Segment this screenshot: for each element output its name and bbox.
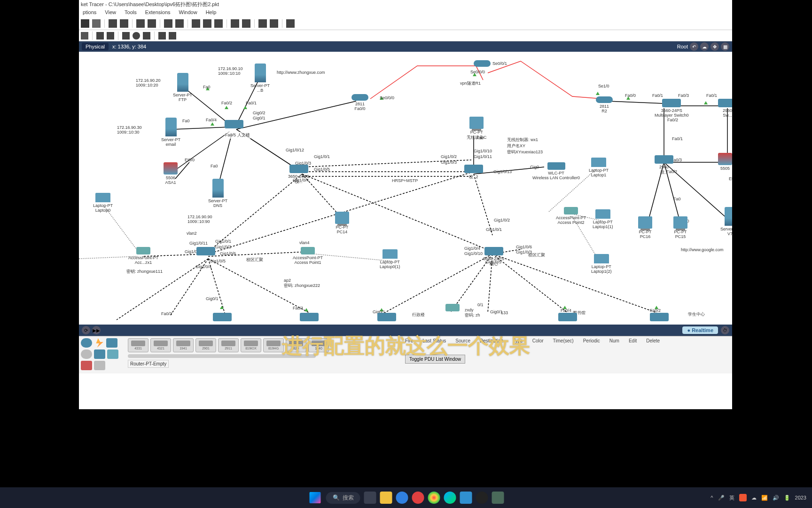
tray-chevron-icon[interactable]: ^ xyxy=(710,495,713,500)
save-icon[interactable] xyxy=(109,19,117,28)
palette-wireless-icon[interactable] xyxy=(107,349,118,359)
root-label[interactable]: Root xyxy=(677,44,688,49)
device-ap3[interactable]: AccessPoint-PT Access Point2 xyxy=(556,207,586,225)
app-misc-icon[interactable] xyxy=(492,492,504,504)
zoom-in-icon[interactable] xyxy=(192,19,200,28)
nav-cloud-icon[interactable]: ☁ xyxy=(700,42,709,51)
physical-tab[interactable]: Physical xyxy=(82,43,109,50)
zoom-out-icon[interactable] xyxy=(214,19,223,28)
custom-icon[interactable] xyxy=(242,19,250,28)
topology-canvas[interactable]: 172.16.90.20 1009::10:20 172.16.90.10 10… xyxy=(79,52,732,325)
device-ap2[interactable]: AccessPoint-PT Access Point1 xyxy=(293,247,323,265)
palette-lightning-icon[interactable] xyxy=(94,338,104,348)
device-switch-2960[interactable] xyxy=(225,120,243,129)
fast-forward-icon[interactable]: ▶▶ xyxy=(92,326,101,334)
device-server-pt2[interactable]: Server-PT ...B xyxy=(250,64,270,93)
device-server-email[interactable]: Server-PT email xyxy=(161,118,180,147)
device-pc-wireless[interactable]: PC-PT 无线设备C xyxy=(467,117,487,141)
nav-grid-icon[interactable]: ▦ xyxy=(721,42,729,51)
chip-819hg[interactable]: 819HG xyxy=(263,338,284,352)
device-switch-campus1[interactable] xyxy=(196,247,215,256)
sogou-icon[interactable] xyxy=(412,492,424,504)
task-view-icon[interactable] xyxy=(364,492,376,504)
palette-cloud-icon[interactable] xyxy=(81,349,92,359)
device-switch-3560[interactable]: 3560-24PS Multilayer Switch0 xyxy=(655,99,689,118)
tool2-icon[interactable] xyxy=(270,19,278,28)
device-pc14[interactable]: PC-PT PC14 xyxy=(335,212,349,234)
power-cycle-icon[interactable]: ⟳ xyxy=(82,326,90,334)
device-router-r1[interactable] xyxy=(474,60,491,68)
device-server-dns[interactable]: Server-PT DNS xyxy=(208,179,227,208)
device-ap1[interactable]: AccessPoint-PT Acc...zx1 xyxy=(128,247,158,265)
realtime-button[interactable]: ● Realtime xyxy=(682,326,718,334)
tray-mic-icon[interactable]: 🎤 xyxy=(718,495,725,501)
battery-icon[interactable]: 🔋 xyxy=(784,495,790,501)
palette-router-icon[interactable] xyxy=(81,338,92,348)
device-switch-r2[interactable]: 2960 校... xyxy=(655,155,673,175)
taskbar-search[interactable]: 🔍 搜索 xyxy=(326,492,360,504)
palette-icon[interactable] xyxy=(231,19,239,28)
obs-icon[interactable] xyxy=(476,492,488,504)
device-laptop0[interactable]: Laptop-PT Laptop0 xyxy=(93,193,113,213)
chip-4321[interactable]: 4321 xyxy=(150,338,171,352)
device-switch-campus2[interactable]: 3650-24PS 核心 xyxy=(483,247,504,267)
device-5505[interactable]: 5505 xyxy=(718,153,732,171)
device-laptop1[interactable]: Laptop-PT Laptop1 xyxy=(589,158,609,177)
menu-help[interactable]: Help xyxy=(206,9,217,16)
print-icon[interactable] xyxy=(120,19,128,28)
pdu-icon[interactable] xyxy=(158,32,166,40)
device-wlc[interactable]: WLC-PT Wireless LAN Controller0 xyxy=(532,162,580,180)
menu-options[interactable]: ptions xyxy=(83,9,96,16)
device-bottom-sw4[interactable] xyxy=(558,313,577,322)
zoom-reset-icon[interactable] xyxy=(203,19,211,28)
device-switch-right[interactable]: 2960 Sw... xyxy=(718,99,732,118)
ellipse-icon[interactable] xyxy=(133,32,140,40)
device-bottom-sw1[interactable] xyxy=(213,313,232,322)
select-icon[interactable] xyxy=(81,32,88,40)
paste-icon[interactable] xyxy=(148,19,156,28)
ime-indicator[interactable]: 英 xyxy=(729,494,734,501)
device-bottom-sw2[interactable] xyxy=(300,313,319,322)
device-laptop1-2[interactable]: Laptop-PT Laptop1(2) xyxy=(591,254,612,274)
open-icon[interactable] xyxy=(92,19,101,28)
copy-icon[interactable] xyxy=(136,19,145,28)
undo-icon[interactable] xyxy=(164,19,172,28)
chip-819iox[interactable]: 819IOX xyxy=(241,338,261,352)
device-bottom-sw3[interactable] xyxy=(377,313,396,322)
device-bottom-sw5[interactable] xyxy=(650,313,669,322)
sim-mode-icon[interactable]: ⏱ xyxy=(721,326,729,334)
menu-window[interactable]: Window xyxy=(179,9,197,16)
device-pc16[interactable]: PC-PT PC16 xyxy=(638,216,652,239)
note-icon[interactable] xyxy=(96,32,104,40)
explorer-icon[interactable] xyxy=(380,492,392,504)
app-q-icon[interactable] xyxy=(396,492,408,504)
line-icon[interactable] xyxy=(143,32,150,40)
nav-back-icon[interactable]: ↶ xyxy=(690,42,698,51)
tool1-icon[interactable] xyxy=(258,19,267,28)
clock-year[interactable]: 2023 xyxy=(795,495,806,500)
tray-s-icon[interactable] xyxy=(739,494,747,501)
app-blue-icon[interactable] xyxy=(460,492,472,504)
device-laptop1-1[interactable]: Laptop-PT Laptop1(1) xyxy=(593,209,613,229)
palette-hub-icon[interactable] xyxy=(94,349,105,359)
device-router-2811[interactable]: 2811 Fa0/0 xyxy=(351,94,368,111)
device-server-v7[interactable]: Server-PT V7 xyxy=(720,207,732,236)
device-pc15[interactable]: PC-PT PC15 xyxy=(673,216,687,239)
tool3-icon[interactable] xyxy=(286,19,295,28)
palette-security-icon[interactable] xyxy=(81,361,92,370)
palette-wan-icon[interactable] xyxy=(94,361,105,370)
volume-icon[interactable]: 🔊 xyxy=(773,495,779,501)
new-icon[interactable] xyxy=(81,19,89,28)
menu-tools[interactable]: Tools xyxy=(125,9,137,16)
redo-icon[interactable] xyxy=(175,19,184,28)
chip-4331[interactable]: 4331 xyxy=(128,338,148,352)
device-asa1[interactable]: 5506 ASA1 xyxy=(164,162,178,185)
wifi-icon[interactable]: 📶 xyxy=(761,495,768,501)
device-router-r2[interactable]: 2811 R2 xyxy=(596,96,613,113)
tray-cloud-icon[interactable]: ☁ xyxy=(751,495,757,501)
rect-icon[interactable] xyxy=(122,32,130,40)
device-switch-3650[interactable]: 3650-24PS 校... xyxy=(288,165,309,185)
delete-icon[interactable] xyxy=(107,32,114,40)
device-laptop0-1[interactable]: Laptop-PT Laptop0(1) xyxy=(380,249,400,269)
device-wireless-router[interactable] xyxy=(445,304,460,312)
